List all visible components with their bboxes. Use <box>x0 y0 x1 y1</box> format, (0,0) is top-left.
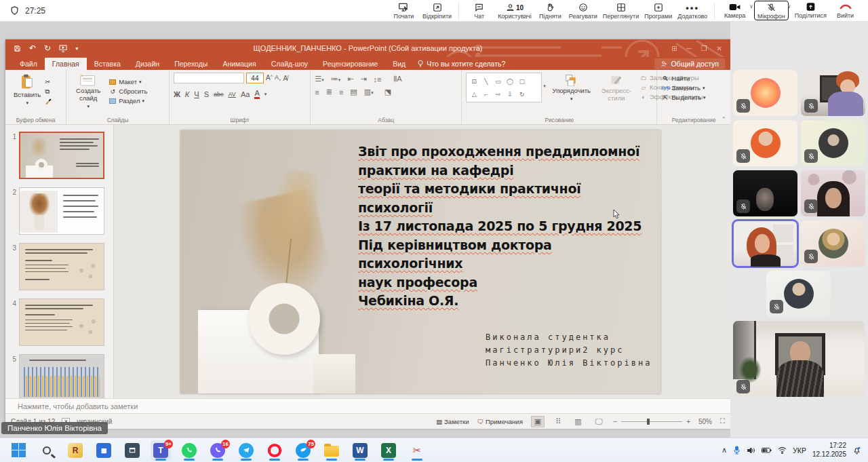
char-spacing-button[interactable]: AV <box>229 91 236 98</box>
italic-button[interactable]: К <box>185 90 189 98</box>
participant-tile[interactable] <box>733 170 797 216</box>
tab-file[interactable]: Файл <box>12 58 45 70</box>
grow-font-icon[interactable]: A˄ <box>266 74 273 81</box>
align-right-icon[interactable]: ≡ <box>339 88 343 96</box>
fit-to-window-icon[interactable]: ⛶ <box>720 417 725 425</box>
slide-3-thumbnail[interactable] <box>19 243 104 290</box>
slide-5-thumbnail[interactable] <box>19 354 104 398</box>
raise-hand-button[interactable]: Підняти <box>534 1 566 20</box>
tray-expand-icon[interactable]: ∧ <box>722 446 727 455</box>
save-icon[interactable] <box>14 45 21 52</box>
increase-indent-icon[interactable]: ⇥ <box>360 75 366 83</box>
normal-view-button[interactable]: ▣ <box>531 416 545 427</box>
slide-title-text[interactable]: Звіт про проходження преддипломної практ… <box>358 142 654 311</box>
slide-1-thumbnail[interactable] <box>19 132 104 179</box>
tab-review[interactable]: Рецензирование <box>315 58 385 70</box>
unpin-button[interactable]: Відкріпити <box>420 1 454 20</box>
reading-view-button[interactable]: ▥ <box>572 417 584 427</box>
smartart-icon[interactable]: ⬔ <box>384 88 391 96</box>
font-name-input[interactable] <box>174 73 244 83</box>
mail-app-button[interactable]: 75 <box>293 440 313 461</box>
paste-button[interactable]: Вставить▾ <box>9 73 45 107</box>
reset-button[interactable]: ↺Сбросить <box>108 88 147 95</box>
section-button[interactable]: Раздел ▾ <box>108 97 147 104</box>
comments-toggle[interactable]: 🗨︎ Примечания <box>477 418 522 425</box>
tab-animations[interactable]: Анимация <box>215 58 263 70</box>
view-button[interactable]: Переглянути <box>600 1 642 20</box>
change-case-button[interactable]: Аа <box>241 90 250 98</box>
files-app-button[interactable]: 🗔︎ <box>122 440 142 461</box>
leave-button[interactable]: Вийти <box>829 1 861 19</box>
layout-button[interactable]: Макет ▾ <box>108 78 147 85</box>
telegram-button[interactable] <box>236 440 256 461</box>
restore-icon[interactable]: ❐ <box>701 45 707 52</box>
share-button[interactable]: Поділитися <box>792 1 829 19</box>
quick-styles-button[interactable]: Экспресс-стили <box>597 73 635 104</box>
zoom-slider[interactable] <box>621 421 682 422</box>
participant-tile[interactable] <box>733 321 865 397</box>
tab-design[interactable]: Дизайн <box>128 58 167 70</box>
minimize-icon[interactable]: ─ <box>687 45 692 52</box>
share-document-button[interactable]: Общий доступ <box>654 58 725 69</box>
slide-canvas[interactable]: Звіт про проходження преддипломної практ… <box>180 130 660 393</box>
zoom-level[interactable]: 50% <box>698 418 712 425</box>
collapse-ribbon-icon[interactable]: ⌃ <box>721 116 726 123</box>
close-icon[interactable]: ✕ <box>717 45 722 52</box>
shapes-more-icon[interactable]: ▾ <box>543 73 546 89</box>
text-shadow-button[interactable]: S <box>204 90 209 98</box>
font-size-input[interactable]: 44 <box>246 73 264 83</box>
align-left-icon[interactable]: ≡ <box>315 88 319 96</box>
tray-speaker-icon[interactable] <box>747 446 755 455</box>
chat-button[interactable]: Чат <box>463 1 495 20</box>
decrease-indent-icon[interactable]: ⇤ <box>347 75 353 83</box>
zoom-control[interactable]: − + <box>613 418 690 425</box>
slide-2-thumbnail[interactable] <box>19 187 104 235</box>
new-slide-button[interactable]: Создать слайд▾ <box>71 73 106 111</box>
camera-button[interactable]: Камера <box>719 1 751 19</box>
tell-me-box[interactable]: Что вы хотите сделать? <box>417 60 505 70</box>
line-spacing-icon[interactable]: ↕≡ <box>374 75 382 83</box>
participant-tile[interactable] <box>801 220 865 267</box>
select-button[interactable]: ⇱Выделить ▾ <box>661 94 726 101</box>
undo-icon[interactable]: ↶ <box>29 43 36 53</box>
ribbon-options-icon[interactable]: ⊞ <box>671 45 677 52</box>
bold-button[interactable]: Ж <box>174 90 180 98</box>
cut-icon[interactable]: ✂ <box>45 78 52 85</box>
active-speaker-tile[interactable] <box>733 220 797 267</box>
mic-chevron-icon[interactable]: ∨ <box>787 3 791 9</box>
slide-sorter-view-button[interactable]: ⠿ <box>553 417 564 427</box>
underline-button[interactable]: Ч <box>194 90 199 98</box>
notification-bell-icon[interactable] <box>852 446 861 455</box>
zoom-slider-handle[interactable] <box>647 419 650 425</box>
start-share-button[interactable]: Почати <box>388 1 420 20</box>
apps-button[interactable]: Програми <box>642 1 675 20</box>
excel-button[interactable]: X <box>378 440 399 461</box>
shrink-font-icon[interactable]: A˅ <box>275 74 281 82</box>
mic-button[interactable]: Мікрофон <box>754 1 789 20</box>
arrange-button[interactable]: Упорядочить▾ <box>550 73 593 103</box>
align-center-icon[interactable]: ≣ <box>326 88 332 96</box>
start-slideshow-icon[interactable] <box>59 45 67 52</box>
participant-tile[interactable] <box>801 120 865 166</box>
font-color-button[interactable]: А <box>254 89 259 99</box>
participant-tile[interactable] <box>733 120 797 166</box>
camera-chevron-icon[interactable]: ∨ <box>749 3 753 9</box>
text-direction-icon[interactable]: ⫴A <box>394 75 402 83</box>
participant-tile[interactable] <box>801 70 865 116</box>
thumbnail-row[interactable]: 4 <box>8 299 109 346</box>
thumbnail-row[interactable]: 1 <box>8 132 109 179</box>
clear-format-icon[interactable]: A̸ <box>283 75 288 82</box>
opera-button[interactable] <box>264 440 285 461</box>
zoom-out-icon[interactable]: − <box>613 418 617 425</box>
quickaccess-more-icon[interactable]: ▾ <box>75 45 78 52</box>
whatsapp-button[interactable] <box>179 440 199 461</box>
thumbnail-row[interactable]: 2 <box>8 187 109 235</box>
participant-tile[interactable] <box>766 271 831 317</box>
find-button[interactable]: 🔍︎Найти <box>661 75 726 82</box>
slideshow-view-button[interactable]: 🖵︎ <box>593 417 606 427</box>
tab-insert[interactable]: Вставка <box>87 58 128 70</box>
shapes-gallery[interactable]: ⊡╲▭◯▢ △⌐⇨⇩↻ <box>466 73 542 102</box>
redo-icon[interactable]: ↻ <box>44 43 51 53</box>
tab-transitions[interactable]: Переходы <box>167 58 215 70</box>
zoom-in-icon[interactable]: + <box>686 418 690 425</box>
